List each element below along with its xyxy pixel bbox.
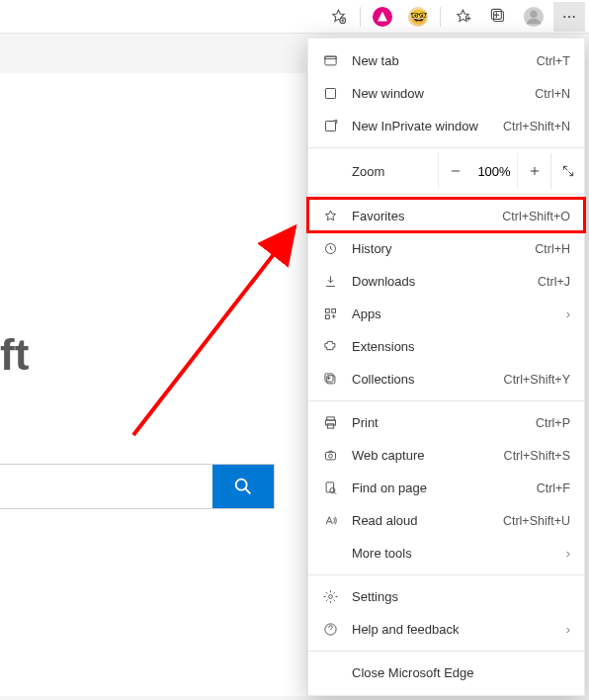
- partial-logo-text: ft: [0, 330, 29, 380]
- settings-menu: New tab Ctrl+T New window Ctrl+N New InP…: [307, 38, 585, 696]
- downloads-icon: [322, 274, 338, 289]
- menu-settings[interactable]: Settings: [308, 580, 584, 613]
- menu-new-tab[interactable]: New tab Ctrl+T: [308, 44, 584, 77]
- more-button[interactable]: [553, 2, 585, 32]
- menu-find[interactable]: Find on page Ctrl+F: [308, 472, 584, 504]
- menu-label: Settings: [352, 589, 570, 604]
- menu-print[interactable]: Print Ctrl+P: [308, 406, 584, 439]
- extension-pink-icon[interactable]: [367, 2, 398, 32]
- find-icon: [322, 481, 338, 495]
- menu-downloads[interactable]: Downloads Ctrl+J: [308, 265, 584, 298]
- menu-label: Find on page: [352, 481, 523, 495]
- menu-separator: [308, 194, 584, 195]
- chevron-right-icon: ›: [566, 622, 570, 637]
- menu-separator: [308, 147, 584, 148]
- menu-close-edge[interactable]: Close Microsoft Edge: [308, 656, 584, 689]
- inprivate-icon: [322, 119, 338, 133]
- browser-toolbar: 🤓: [0, 0, 589, 34]
- page-background: ft: [0, 73, 306, 696]
- svg-point-8: [236, 480, 247, 490]
- menu-separator: [308, 651, 584, 652]
- svg-point-4: [530, 10, 537, 17]
- svg-point-5: [563, 15, 565, 17]
- capture-icon: [322, 448, 338, 463]
- profile-icon[interactable]: [518, 2, 549, 32]
- menu-shortcut: Ctrl+Shift+S: [504, 449, 570, 463]
- menu-help[interactable]: Help and feedback ›: [308, 613, 584, 646]
- collections-icon[interactable]: [482, 2, 514, 32]
- svg-rect-12: [325, 122, 335, 131]
- read-aloud-icon: [322, 513, 338, 528]
- menu-favorites[interactable]: Favorites Ctrl+Shift+O: [308, 200, 584, 232]
- add-favorite-icon[interactable]: [322, 2, 354, 32]
- menu-apps[interactable]: Apps ›: [308, 298, 584, 330]
- fullscreen-button[interactable]: [550, 153, 584, 189]
- search-input[interactable]: [0, 465, 212, 508]
- collections-icon: [322, 372, 338, 387]
- svg-rect-17: [326, 376, 334, 384]
- menu-shortcut: Ctrl+N: [535, 87, 570, 101]
- menu-shortcut: Ctrl+Shift+N: [503, 120, 570, 133]
- menu-shortcut: Ctrl+Shift+O: [502, 210, 570, 223]
- zoom-out-button[interactable]: [438, 153, 471, 189]
- svg-rect-10: [324, 56, 335, 59]
- menu-label: Extensions: [352, 339, 570, 354]
- svg-rect-16: [325, 315, 329, 319]
- zoom-label: Zoom: [352, 164, 438, 179]
- extension-face-icon[interactable]: 🤓: [402, 2, 434, 32]
- menu-label: Close Microsoft Edge: [352, 665, 570, 680]
- menu-label: History: [352, 241, 521, 256]
- favorites-icon[interactable]: [447, 2, 478, 32]
- menu-label: Collections: [352, 372, 490, 387]
- menu-label: Downloads: [352, 274, 524, 289]
- zoom-value: 100%: [471, 164, 517, 179]
- gear-icon: [322, 589, 338, 604]
- menu-separator: [308, 400, 584, 401]
- menu-label: New window: [352, 86, 521, 101]
- search-bar: [0, 464, 275, 509]
- svg-rect-15: [331, 309, 335, 313]
- history-icon: [322, 241, 338, 256]
- menu-shortcut: Ctrl+T: [537, 54, 570, 68]
- new-window-icon: [322, 86, 338, 101]
- menu-shortcut: Ctrl+P: [536, 416, 570, 430]
- svg-point-7: [573, 15, 575, 17]
- menu-read-aloud[interactable]: Read aloud Ctrl+Shift+U: [308, 504, 584, 537]
- toolbar-separator: [360, 7, 361, 27]
- menu-new-inprivate[interactable]: New InPrivate window Ctrl+Shift+N: [308, 110, 584, 142]
- menu-history[interactable]: History Ctrl+H: [308, 232, 584, 265]
- svg-rect-9: [324, 56, 335, 65]
- print-icon: [322, 415, 338, 430]
- menu-shortcut: Ctrl+Shift+Y: [504, 373, 570, 387]
- menu-label: Help and feedback: [352, 622, 570, 637]
- menu-web-capture[interactable]: Web capture Ctrl+Shift+S: [308, 439, 584, 472]
- menu-label: New InPrivate window: [352, 119, 489, 133]
- new-tab-icon: [322, 53, 338, 68]
- menu-collections[interactable]: Collections Ctrl+Shift+Y: [308, 363, 584, 395]
- svg-rect-22: [325, 452, 335, 460]
- menu-new-window[interactable]: New window Ctrl+N: [308, 77, 584, 110]
- menu-label: Read aloud: [352, 513, 489, 528]
- menu-extensions[interactable]: Extensions: [308, 330, 584, 363]
- menu-label: Favorites: [352, 209, 488, 223]
- svg-point-6: [568, 15, 570, 17]
- help-icon: [322, 622, 338, 637]
- menu-shortcut: Ctrl+F: [537, 481, 570, 495]
- menu-more-tools[interactable]: More tools ›: [308, 537, 584, 569]
- star-icon: [322, 209, 338, 223]
- menu-shortcut: Ctrl+H: [535, 242, 570, 256]
- svg-rect-1: [493, 12, 503, 22]
- menu-shortcut: Ctrl+Shift+U: [503, 514, 570, 528]
- svg-rect-21: [327, 424, 333, 428]
- menu-zoom: Zoom 100%: [308, 153, 584, 189]
- toolbar-separator: [440, 7, 441, 27]
- menu-separator: [308, 574, 584, 575]
- menu-label: More tools: [352, 546, 570, 561]
- apps-icon: [322, 306, 338, 321]
- zoom-in-button[interactable]: [517, 153, 550, 189]
- search-button[interactable]: [212, 465, 274, 508]
- svg-rect-14: [325, 309, 329, 313]
- menu-label: Web capture: [352, 448, 490, 463]
- svg-point-26: [328, 595, 332, 599]
- menu-label: New tab: [352, 53, 523, 68]
